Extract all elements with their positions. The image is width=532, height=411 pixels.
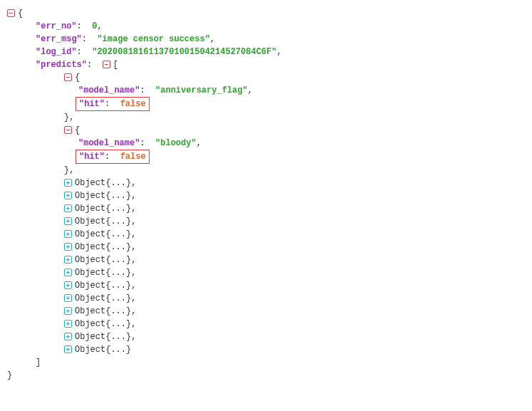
collapsed-label[interactable]: Object{...}	[75, 293, 131, 303]
collapsed-object: Object{...},	[7, 228, 525, 241]
collapsed-object: Object{...},	[7, 305, 525, 318]
collapsed-label[interactable]: Object{...}	[75, 242, 131, 252]
expand-icon[interactable]	[64, 281, 72, 289]
collapsed-label[interactable]: Object{...}	[75, 281, 131, 291]
expand-icon[interactable]	[64, 294, 72, 302]
val-model-name-1: "bloody"	[155, 138, 197, 148]
collapsed-object: Object{...},	[7, 292, 525, 305]
predict-0-open: {	[7, 71, 525, 84]
collapsed-object: Object{...},	[7, 318, 525, 331]
collapsed-object: Object{...},	[7, 189, 525, 202]
highlight-box: "hit": false	[75, 150, 150, 164]
predicts-close: ]	[7, 356, 525, 369]
collapsed-object: Object{...},	[7, 279, 525, 292]
collapsed-label[interactable]: Object{...}	[75, 217, 131, 227]
root-close: }	[7, 369, 525, 382]
brace-close: }	[7, 370, 12, 380]
expand-icon[interactable]	[64, 192, 72, 199]
key-hit: "hit"	[79, 152, 105, 162]
predict-0-close: },	[7, 111, 525, 124]
collapsed-label[interactable]: Object{...}	[75, 178, 131, 188]
key-log-id: "log_id"	[36, 47, 77, 57]
collapse-icon[interactable]	[64, 73, 72, 81]
root-open: {	[7, 7, 525, 20]
kv-predicts: "predicts": [	[7, 58, 525, 71]
collapsed-object: Object{...},	[7, 202, 525, 215]
collapsed-label[interactable]: Object{...}	[75, 306, 131, 316]
expand-icon[interactable]	[64, 307, 72, 315]
expand-icon[interactable]	[64, 320, 72, 328]
val-hit-1: false	[120, 152, 146, 162]
kv-hit-0: "hit": false	[7, 97, 525, 111]
collapsed-object: Object{...},	[7, 254, 525, 266]
kv-log-id: "log_id": "20200818161137010015042145270…	[7, 46, 525, 58]
predict-1-open: {	[7, 124, 525, 137]
bracket-close: ]	[36, 358, 41, 368]
json-viewer: { "err_no": 0, "err_msg": "image censor …	[7, 7, 525, 382]
expand-icon[interactable]	[64, 217, 72, 225]
expand-icon[interactable]	[64, 243, 72, 251]
key-hit: "hit"	[79, 99, 105, 109]
expand-icon[interactable]	[64, 269, 72, 276]
key-err-msg: "err_msg"	[36, 34, 82, 44]
collapse-icon[interactable]	[7, 9, 15, 17]
val-hit-0: false	[120, 99, 146, 109]
collapsed-label[interactable]: Object{...}	[75, 255, 131, 265]
kv-hit-1: "hit": false	[7, 150, 525, 164]
expand-icon[interactable]	[64, 204, 72, 212]
kv-model-name-0: "model_name": "anniversary_flag",	[7, 84, 525, 97]
expand-icon[interactable]	[64, 256, 72, 264]
expand-icon[interactable]	[64, 230, 72, 238]
collapsed-label[interactable]: Object{...}	[75, 319, 131, 329]
kv-model-name-1: "model_name": "bloody",	[7, 137, 525, 150]
collapsed-object: Object{...},	[7, 177, 525, 189]
key-predicts: "predicts"	[36, 60, 87, 70]
collapsed-label[interactable]: Object{...}	[75, 332, 131, 342]
collapsed-object: Object{...}	[7, 343, 525, 356]
val-err-msg: "image censor success"	[97, 34, 209, 44]
collapse-icon[interactable]	[103, 61, 110, 68]
val-model-name-0: "anniversary_flag"	[155, 85, 248, 95]
collapsed-object: Object{...},	[7, 331, 525, 343]
collapse-icon[interactable]	[64, 126, 72, 134]
collapsed-object: Object{...},	[7, 215, 525, 228]
kv-err-no: "err_no": 0,	[7, 20, 525, 33]
collapsed-label[interactable]: Object{...}	[75, 204, 131, 214]
brace-open: {	[18, 9, 23, 19]
highlight-box: "hit": false	[75, 97, 150, 111]
key-model-name: "model_name"	[78, 138, 140, 148]
collapsed-label[interactable]: Object{...}	[75, 268, 131, 278]
val-log-id: "2020081816113701001504214527084C6F"	[92, 47, 276, 57]
expand-icon[interactable]	[64, 179, 72, 187]
expand-icon[interactable]	[64, 333, 72, 340]
key-model-name: "model_name"	[78, 85, 140, 95]
collapsed-object: Object{...},	[7, 266, 525, 279]
collapsed-label[interactable]: Object{...}	[75, 345, 131, 355]
collapsed-label[interactable]: Object{...}	[75, 229, 131, 239]
kv-err-msg: "err_msg": "image censor success",	[7, 33, 525, 46]
collapsed-label[interactable]: Object{...}	[75, 191, 131, 201]
collapsed-object: Object{...},	[7, 241, 525, 254]
predict-1-close: },	[7, 164, 525, 177]
key-err-no: "err_no"	[36, 21, 77, 31]
expand-icon[interactable]	[64, 345, 72, 353]
bracket-open: [	[113, 60, 118, 70]
